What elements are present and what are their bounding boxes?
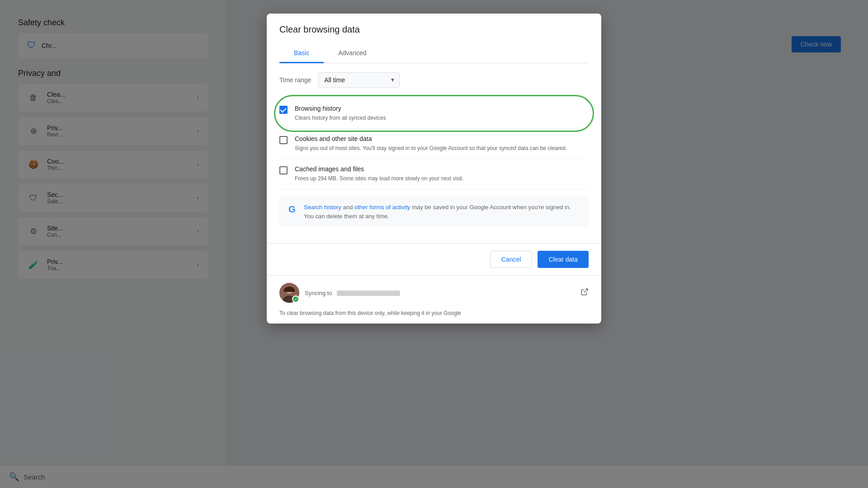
dialog-header: Clear browsing data <box>267 14 601 35</box>
google-g-letter: G <box>288 204 296 215</box>
time-range-row: Time range Last hour Last 24 hours Last … <box>279 72 589 88</box>
cookies-checkbox[interactable] <box>279 136 288 144</box>
cookies-title: Cookies and other site data <box>295 135 589 142</box>
browsing-history-title: Browsing history <box>295 105 589 112</box>
browsing-history-item: Browsing history Clears history from all… <box>279 99 589 129</box>
dialog-body: Time range Last hour Last 24 hours Last … <box>267 63 601 243</box>
bottom-note: To clear browsing data from this device … <box>267 310 601 324</box>
tab-basic[interactable]: Basic <box>279 44 324 63</box>
bottom-note-text: To clear browsing data from this device … <box>279 310 461 316</box>
dialog-title: Clear browsing data <box>279 24 589 35</box>
time-range-select-wrapper[interactable]: Last hour Last 24 hours Last 7 days Last… <box>318 72 400 88</box>
time-range-label: Time range <box>279 76 311 84</box>
cached-desc: Frees up 294 MB. Some sites may load mor… <box>295 174 589 183</box>
cached-checkbox-wrap[interactable] <box>279 166 288 174</box>
cached-text: Cached images and files Frees up 294 MB.… <box>295 165 589 183</box>
sync-text: Syncing to <box>305 289 400 297</box>
avatar-wrap: ✓ <box>279 283 299 303</box>
info-text-middle: and <box>343 204 354 211</box>
modal-overlay: Clear browsing data Basic Advanced Time … <box>0 0 868 488</box>
time-range-select[interactable]: Last hour Last 24 hours Last 7 days Last… <box>318 72 400 88</box>
sync-area: ✓ Syncing to <box>267 275 601 310</box>
external-link-svg <box>580 288 589 296</box>
other-activity-link[interactable]: other forms of activity <box>354 204 410 211</box>
tab-advanced[interactable]: Advanced <box>324 44 381 63</box>
clear-data-button[interactable]: Clear data <box>538 251 589 268</box>
cached-checkbox[interactable] <box>279 166 288 174</box>
search-history-link[interactable]: Search history <box>304 204 341 211</box>
browsing-history-checkbox[interactable] <box>279 106 288 114</box>
dialog-tabs: Basic Advanced <box>279 44 589 63</box>
cookies-checkbox-wrap[interactable] <box>279 136 288 144</box>
cookies-item: Cookies and other site data Signs you ou… <box>279 129 589 159</box>
google-info-box: G Search history and other forms of acti… <box>279 197 589 227</box>
external-link-icon[interactable] <box>580 288 589 298</box>
syncing-label: Syncing to <box>305 290 332 296</box>
cookies-desc: Signs you out of most sites. You'll stay… <box>295 144 589 152</box>
cached-title: Cached images and files <box>295 165 589 173</box>
cancel-button[interactable]: Cancel <box>490 251 533 268</box>
cookies-text: Cookies and other site data Signs you ou… <box>295 135 589 152</box>
google-logo: G <box>287 204 297 215</box>
cached-item: Cached images and files Frees up 294 MB.… <box>279 159 589 189</box>
email-blur <box>337 291 400 296</box>
svg-line-3 <box>584 289 588 292</box>
google-info-text: Search history and other forms of activi… <box>304 203 581 221</box>
sync-badge: ✓ <box>292 296 299 303</box>
dialog-footer: Cancel Clear data <box>267 243 601 275</box>
browsing-history-desc: Clears history from all synced devices <box>295 114 589 122</box>
browsing-history-checkbox-wrap[interactable] <box>279 106 288 114</box>
clear-browsing-data-dialog: Clear browsing data Basic Advanced Time … <box>267 14 601 324</box>
browsing-history-text: Browsing history Clears history from all… <box>295 105 589 122</box>
